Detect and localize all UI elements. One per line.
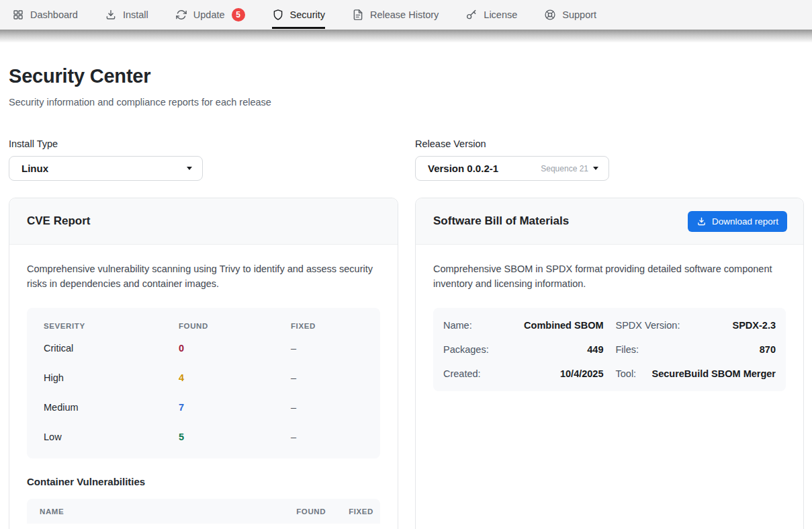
detail-label: Created:: [443, 368, 481, 379]
sbom-detail-row: Name: Combined SBOM: [443, 313, 604, 337]
download-icon: [105, 9, 117, 21]
release-version-sequence: Sequence 21: [541, 164, 588, 173]
found-col-header: FOUND: [296, 507, 326, 516]
release-version-filter: Release Version Version 0.0.2-1 Sequence…: [415, 138, 804, 181]
nav-item-security[interactable]: Security: [272, 0, 325, 30]
detail-value: 870: [760, 344, 776, 355]
report-cards-row: CVE Report Comprehensive vulnerability s…: [9, 198, 803, 529]
nav-item-update[interactable]: Update 5: [175, 0, 245, 30]
nav-label: Release History: [370, 9, 439, 20]
detail-value: 449: [587, 344, 603, 355]
fixed-col-header: FIXED: [291, 322, 380, 330]
shield-icon: [272, 9, 284, 21]
sbom-detail-row: Packages: 449: [443, 337, 604, 362]
key-icon: [465, 9, 478, 21]
download-icon: [696, 216, 707, 227]
table-row: Low 5 –: [27, 422, 380, 452]
nav-label: Install: [123, 9, 148, 20]
cve-report-description: Comprehensive vulnerability scanning usi…: [27, 262, 380, 291]
cve-report-card: CVE Report Comprehensive vulnerability s…: [9, 198, 398, 529]
lifebuoy-icon: [544, 9, 556, 21]
cve-report-body: Comprehensive vulnerability scanning usi…: [9, 245, 398, 529]
detail-label: Packages:: [443, 344, 489, 355]
release-version-label: Release Version: [415, 138, 804, 149]
nav-item-support[interactable]: Support: [544, 0, 596, 30]
found-count: 7: [179, 402, 291, 413]
release-version-value: Version 0.0.2-1: [428, 163, 498, 174]
install-type-value: Linux: [21, 163, 48, 174]
download-report-button[interactable]: Download report: [688, 211, 787, 232]
nav-item-install[interactable]: Install: [105, 0, 148, 30]
table-row: Critical 0 –: [27, 333, 380, 363]
cve-report-title: CVE Report: [27, 214, 90, 228]
document-icon: [352, 9, 364, 21]
name-col-header: NAME: [40, 507, 296, 516]
sbom-description: Comprehensive SBOM in SPDX format provid…: [433, 262, 786, 291]
detail-label: SPDX Version:: [616, 320, 680, 331]
detail-label: Name:: [443, 320, 472, 331]
sbom-details-panel: Name: Combined SBOM SPDX Version: SPDX-2…: [433, 308, 786, 391]
page-subtitle: Security information and compliance repo…: [9, 97, 803, 108]
table-row: High 4 –: [27, 363, 380, 393]
install-type-filter: Install Type Linux: [9, 138, 398, 181]
found-count: 4: [179, 372, 291, 383]
detail-value: Combined SBOM: [524, 320, 603, 331]
sbom-detail-row: Tool: SecureBuild SBOM Merger: [616, 362, 776, 386]
nav-label: License: [484, 9, 517, 20]
fixed-count: –: [291, 402, 380, 413]
sbom-card: Software Bill of Materials Download repo…: [415, 198, 804, 529]
detail-value: SPDX-2.3: [733, 320, 776, 331]
dashboard-icon: [12, 9, 24, 21]
detail-value: 10/4/2025: [560, 368, 604, 379]
fixed-count: –: [291, 343, 380, 354]
severity-table-header: SEVERITY FOUND FIXED: [27, 312, 380, 333]
nav-label: Update: [193, 9, 225, 20]
refresh-icon: [175, 9, 187, 21]
nav-item-release-history[interactable]: Release History: [352, 0, 439, 30]
nav-item-dashboard[interactable]: Dashboard: [12, 0, 78, 30]
severity-name: Medium: [44, 402, 179, 413]
sbom-detail-row: SPDX Version: SPDX-2.3: [616, 313, 776, 337]
detail-label: Files:: [616, 344, 639, 355]
fixed-col-header: FIXED: [349, 507, 373, 516]
page-content: Security Center Security information and…: [0, 65, 812, 529]
header-shadow-divider: [0, 30, 812, 42]
severity-name: Low: [44, 432, 179, 442]
sbom-detail-row: Files: 870: [616, 337, 776, 362]
sbom-detail-row: Created: 10/4/2025: [443, 362, 604, 386]
update-count-badge: 5: [232, 8, 245, 22]
detail-value: SecureBuild SBOM Merger: [651, 368, 776, 379]
fixed-count: –: [291, 372, 380, 383]
sbom-header: Software Bill of Materials Download repo…: [416, 198, 803, 245]
security-center-screen: Dashboard Install Update 5 Security: [0, 0, 812, 529]
nav-item-license[interactable]: License: [465, 0, 517, 30]
found-count: 0: [179, 343, 291, 354]
severity-name: High: [44, 372, 179, 383]
filters-row: Install Type Linux Release Version Versi…: [9, 138, 803, 181]
severity-name: Critical: [44, 343, 179, 354]
found-col-header: FOUND: [179, 322, 291, 330]
detail-label: Tool:: [616, 368, 637, 379]
container-table-header: NAME FOUND FIXED: [27, 499, 380, 524]
sbom-title: Software Bill of Materials: [433, 214, 569, 228]
install-type-label: Install Type: [9, 138, 398, 149]
fixed-count: –: [291, 432, 380, 442]
nav-label: Support: [562, 9, 596, 20]
table-row: Medium 7 –: [27, 393, 380, 422]
top-navigation: Dashboard Install Update 5 Security: [0, 0, 812, 30]
found-count: 5: [179, 432, 291, 442]
chevron-down-icon: [187, 167, 192, 170]
cve-report-header: CVE Report: [9, 198, 398, 245]
download-report-label: Download report: [712, 216, 778, 227]
severity-table: SEVERITY FOUND FIXED Critical 0 – High 4: [27, 308, 380, 458]
nav-label: Dashboard: [30, 9, 78, 20]
page-title: Security Center: [9, 65, 803, 87]
severity-col-header: SEVERITY: [44, 322, 179, 330]
sbom-body: Comprehensive SBOM in SPDX format provid…: [416, 245, 803, 409]
container-vulnerabilities-title: Container Vulnerabilities: [27, 476, 380, 487]
install-type-select[interactable]: Linux: [9, 156, 203, 181]
nav-label: Security: [290, 9, 325, 20]
chevron-down-icon: [593, 167, 598, 170]
release-version-select[interactable]: Version 0.0.2-1 Sequence 21: [415, 156, 609, 181]
